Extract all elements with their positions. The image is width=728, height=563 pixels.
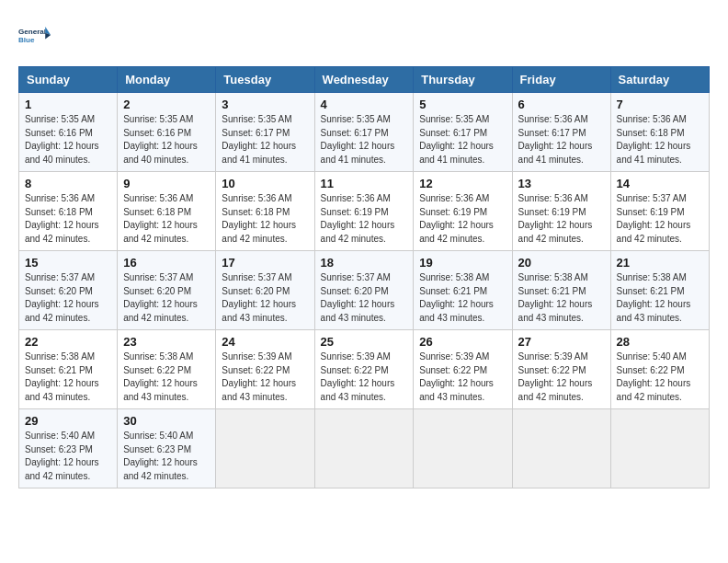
calendar-cell: 21Sunrise: 5:38 AMSunset: 6:21 PMDayligh… <box>610 251 709 330</box>
day-number: 13 <box>518 177 605 190</box>
day-info: Sunrise: 5:39 AMSunset: 6:22 PMDaylight:… <box>222 350 308 404</box>
calendar-cell: 29Sunrise: 5:40 AMSunset: 6:23 PMDayligh… <box>19 409 118 488</box>
day-header-saturday: Saturday <box>610 67 709 93</box>
day-header-friday: Friday <box>512 67 610 93</box>
day-info: Sunrise: 5:36 AMSunset: 6:18 PMDaylight:… <box>123 192 210 246</box>
calendar-cell: 18Sunrise: 5:37 AMSunset: 6:20 PMDayligh… <box>314 251 414 330</box>
logo: GeneralBlue <box>18 18 51 52</box>
calendar-week-row: 15Sunrise: 5:37 AMSunset: 6:20 PMDayligh… <box>19 251 710 330</box>
calendar-cell: 5Sunrise: 5:35 AMSunset: 6:17 PMDaylight… <box>414 93 512 172</box>
calendar-week-row: 8Sunrise: 5:36 AMSunset: 6:18 PMDaylight… <box>19 172 710 251</box>
calendar-cell: 10Sunrise: 5:36 AMSunset: 6:18 PMDayligh… <box>216 172 314 251</box>
day-number: 18 <box>321 256 408 270</box>
calendar-cell <box>414 409 512 488</box>
calendar-cell: 22Sunrise: 5:38 AMSunset: 6:21 PMDayligh… <box>19 330 118 409</box>
calendar-cell: 13Sunrise: 5:36 AMSunset: 6:19 PMDayligh… <box>512 172 610 251</box>
day-number: 10 <box>222 177 308 190</box>
day-info: Sunrise: 5:37 AMSunset: 6:19 PMDaylight:… <box>617 192 703 246</box>
calendar-cell: 4Sunrise: 5:35 AMSunset: 6:17 PMDaylight… <box>314 93 414 172</box>
calendar-cell: 7Sunrise: 5:36 AMSunset: 6:18 PMDaylight… <box>610 93 709 172</box>
calendar-cell: 3Sunrise: 5:35 AMSunset: 6:17 PMDaylight… <box>216 93 314 172</box>
day-info: Sunrise: 5:35 AMSunset: 6:17 PMDaylight:… <box>222 113 308 167</box>
calendar-cell <box>610 409 709 488</box>
logo-icon: GeneralBlue <box>18 18 51 52</box>
day-number: 9 <box>123 177 210 190</box>
svg-text:General: General <box>18 28 46 36</box>
day-number: 6 <box>518 98 605 111</box>
calendar-week-row: 22Sunrise: 5:38 AMSunset: 6:21 PMDayligh… <box>19 330 710 409</box>
day-number: 26 <box>419 335 506 349</box>
day-number: 28 <box>617 335 703 349</box>
day-number: 25 <box>321 335 408 349</box>
day-info: Sunrise: 5:40 AMSunset: 6:22 PMDaylight:… <box>617 350 703 404</box>
day-info: Sunrise: 5:35 AMSunset: 6:17 PMDaylight:… <box>419 113 506 167</box>
day-info: Sunrise: 5:36 AMSunset: 6:18 PMDaylight:… <box>617 113 703 167</box>
calendar-cell: 14Sunrise: 5:37 AMSunset: 6:19 PMDayligh… <box>610 172 709 251</box>
day-info: Sunrise: 5:35 AMSunset: 6:16 PMDaylight:… <box>25 113 111 167</box>
calendar-cell: 15Sunrise: 5:37 AMSunset: 6:20 PMDayligh… <box>19 251 118 330</box>
day-number: 21 <box>617 256 703 270</box>
day-info: Sunrise: 5:38 AMSunset: 6:22 PMDaylight:… <box>123 350 210 404</box>
day-number: 22 <box>25 335 111 349</box>
day-number: 8 <box>25 177 111 190</box>
calendar-week-row: 1Sunrise: 5:35 AMSunset: 6:16 PMDaylight… <box>19 93 710 172</box>
calendar-cell: 26Sunrise: 5:39 AMSunset: 6:22 PMDayligh… <box>414 330 512 409</box>
day-number: 19 <box>419 256 506 270</box>
calendar-cell: 17Sunrise: 5:37 AMSunset: 6:20 PMDayligh… <box>216 251 314 330</box>
day-info: Sunrise: 5:36 AMSunset: 6:19 PMDaylight:… <box>321 192 408 246</box>
day-number: 29 <box>25 414 111 428</box>
day-info: Sunrise: 5:39 AMSunset: 6:22 PMDaylight:… <box>321 350 408 404</box>
calendar-cell: 28Sunrise: 5:40 AMSunset: 6:22 PMDayligh… <box>610 330 709 409</box>
day-info: Sunrise: 5:40 AMSunset: 6:23 PMDaylight:… <box>123 430 210 483</box>
day-number: 14 <box>617 177 703 190</box>
day-info: Sunrise: 5:35 AMSunset: 6:16 PMDaylight:… <box>123 113 210 167</box>
day-number: 15 <box>25 256 111 270</box>
calendar-cell: 8Sunrise: 5:36 AMSunset: 6:18 PMDaylight… <box>19 172 118 251</box>
day-info: Sunrise: 5:37 AMSunset: 6:20 PMDaylight:… <box>25 271 111 325</box>
day-info: Sunrise: 5:38 AMSunset: 6:21 PMDaylight:… <box>419 271 506 325</box>
day-number: 16 <box>123 256 210 270</box>
day-info: Sunrise: 5:39 AMSunset: 6:22 PMDaylight:… <box>419 350 506 404</box>
calendar-cell: 24Sunrise: 5:39 AMSunset: 6:22 PMDayligh… <box>216 330 314 409</box>
day-info: Sunrise: 5:38 AMSunset: 6:21 PMDaylight:… <box>518 271 605 325</box>
day-number: 5 <box>419 98 506 111</box>
svg-text:Blue: Blue <box>18 36 35 44</box>
day-header-tuesday: Tuesday <box>216 67 314 93</box>
calendar-cell <box>314 409 414 488</box>
calendar-cell: 19Sunrise: 5:38 AMSunset: 6:21 PMDayligh… <box>414 251 512 330</box>
day-info: Sunrise: 5:36 AMSunset: 6:19 PMDaylight:… <box>419 192 506 246</box>
calendar-header-row: SundayMondayTuesdayWednesdayThursdayFrid… <box>19 67 710 93</box>
day-info: Sunrise: 5:35 AMSunset: 6:17 PMDaylight:… <box>321 113 408 167</box>
day-info: Sunrise: 5:38 AMSunset: 6:21 PMDaylight:… <box>25 350 111 404</box>
day-header-sunday: Sunday <box>19 67 118 93</box>
day-number: 2 <box>123 98 210 111</box>
day-number: 23 <box>123 335 210 349</box>
day-header-monday: Monday <box>118 67 216 93</box>
calendar-cell: 25Sunrise: 5:39 AMSunset: 6:22 PMDayligh… <box>314 330 414 409</box>
day-info: Sunrise: 5:36 AMSunset: 6:18 PMDaylight:… <box>222 192 308 246</box>
day-header-wednesday: Wednesday <box>314 67 414 93</box>
day-number: 1 <box>25 98 111 111</box>
calendar-week-row: 29Sunrise: 5:40 AMSunset: 6:23 PMDayligh… <box>19 409 710 488</box>
day-info: Sunrise: 5:36 AMSunset: 6:17 PMDaylight:… <box>518 113 605 167</box>
calendar-cell: 11Sunrise: 5:36 AMSunset: 6:19 PMDayligh… <box>314 172 414 251</box>
day-number: 30 <box>123 414 210 428</box>
calendar-cell <box>512 409 610 488</box>
day-number: 3 <box>222 98 308 111</box>
calendar-cell: 30Sunrise: 5:40 AMSunset: 6:23 PMDayligh… <box>118 409 216 488</box>
calendar-table: SundayMondayTuesdayWednesdayThursdayFrid… <box>18 66 710 488</box>
day-info: Sunrise: 5:36 AMSunset: 6:19 PMDaylight:… <box>518 192 605 246</box>
day-number: 24 <box>222 335 308 349</box>
calendar-cell: 12Sunrise: 5:36 AMSunset: 6:19 PMDayligh… <box>414 172 512 251</box>
header: GeneralBlue <box>18 18 710 52</box>
calendar-cell: 9Sunrise: 5:36 AMSunset: 6:18 PMDaylight… <box>118 172 216 251</box>
calendar-cell: 2Sunrise: 5:35 AMSunset: 6:16 PMDaylight… <box>118 93 216 172</box>
day-info: Sunrise: 5:36 AMSunset: 6:18 PMDaylight:… <box>25 192 111 246</box>
calendar-cell: 23Sunrise: 5:38 AMSunset: 6:22 PMDayligh… <box>118 330 216 409</box>
day-info: Sunrise: 5:38 AMSunset: 6:21 PMDaylight:… <box>617 271 703 325</box>
calendar-cell <box>216 409 314 488</box>
calendar-cell: 27Sunrise: 5:39 AMSunset: 6:22 PMDayligh… <box>512 330 610 409</box>
day-number: 11 <box>321 177 408 190</box>
day-number: 4 <box>321 98 408 111</box>
day-number: 12 <box>419 177 506 190</box>
